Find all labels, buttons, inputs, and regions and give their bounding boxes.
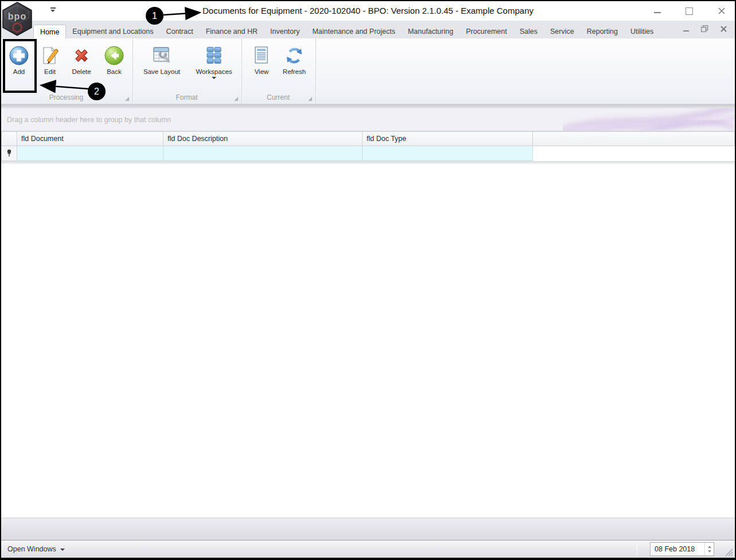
- status-bar: Open Windows 08 Feb 2018: [1, 540, 735, 558]
- column-header-document[interactable]: fld Document: [17, 131, 163, 146]
- grid-group-by-panel[interactable]: Drag a column header here to group by th…: [1, 108, 735, 131]
- bpo-logo: bpo: [2, 2, 33, 36]
- add-icon: [9, 45, 29, 66]
- window-controls: [653, 1, 726, 21]
- grid-header-row: fld Document fld Doc Description fld Doc…: [1, 131, 735, 146]
- tab-equipment-and-locations[interactable]: Equipment and Locations: [66, 25, 159, 38]
- mdi-minimize-icon[interactable]: [683, 28, 689, 32]
- column-header-doc-description[interactable]: fld Doc Description: [163, 131, 363, 146]
- lower-panel: [1, 518, 735, 540]
- annotation-callout-1: 1: [146, 7, 163, 25]
- tab-finance-and-hr[interactable]: Finance and HR: [200, 25, 264, 38]
- tab-home[interactable]: Home: [33, 25, 66, 38]
- back-icon: [104, 45, 124, 66]
- delete-button-label: Delete: [72, 68, 91, 75]
- workspaces-dropdown-icon[interactable]: [212, 77, 216, 79]
- title-bar: Documents for Equipment - 2020-102040 - …: [1, 1, 735, 21]
- ribbon-group-format: Save Layout Workspaces: [133, 38, 242, 104]
- ribbon-tab-strip: Home Equipment and Locations Contract Fi…: [1, 21, 735, 38]
- group-caption-format: Format: [134, 93, 239, 102]
- refresh-icon: [284, 45, 305, 66]
- open-windows-button[interactable]: Open Windows: [7, 541, 65, 558]
- filter-row-indicator: [1, 146, 17, 161]
- date-spinner: [704, 543, 714, 555]
- edit-button-label: Edit: [44, 68, 56, 75]
- mdi-restore-icon[interactable]: [701, 24, 708, 34]
- tab-utilities[interactable]: Utilities: [624, 25, 660, 38]
- workspaces-icon: [204, 45, 224, 66]
- date-editor[interactable]: 08 Feb 2018: [650, 542, 714, 556]
- annotation-callout-2: 2: [88, 83, 106, 100]
- grid-filter-row: [1, 146, 735, 161]
- open-windows-dropdown-icon: [60, 549, 65, 551]
- view-button[interactable]: View: [249, 45, 274, 75]
- tab-procurement[interactable]: Procurement: [459, 25, 513, 38]
- edit-button[interactable]: Edit: [36, 45, 64, 75]
- tab-manufacturing[interactable]: Manufacturing: [402, 25, 459, 38]
- window-title: Documents for Equipment - 2020-102040 - …: [1, 1, 735, 21]
- maximize-icon[interactable]: [685, 7, 694, 15]
- save-layout-button[interactable]: Save Layout: [139, 45, 185, 75]
- filter-pin-icon: [6, 149, 12, 158]
- filter-cell-doc-description[interactable]: [163, 146, 363, 161]
- group-by-hint-text: Drag a column header here to group by th…: [7, 108, 171, 131]
- resize-grip[interactable]: [725, 548, 733, 557]
- workspaces-button[interactable]: Workspaces: [190, 45, 237, 79]
- spin-up-icon[interactable]: [708, 546, 711, 548]
- tab-inventory[interactable]: Inventory: [264, 25, 306, 38]
- grid-empty-area[interactable]: [1, 164, 735, 518]
- delete-icon: [71, 45, 92, 66]
- ribbon: Add Edit: [1, 38, 735, 104]
- ribbon-group-current: View Refresh Current: [242, 38, 316, 104]
- spin-down-icon[interactable]: [708, 550, 711, 553]
- app-window: Documents for Equipment - 2020-102040 - …: [0, 0, 736, 560]
- workspaces-button-label: Workspaces: [196, 68, 232, 75]
- view-icon: [251, 45, 272, 66]
- tab-contract[interactable]: Contract: [159, 25, 199, 38]
- group-dialog-launcher-icon[interactable]: [234, 97, 238, 101]
- column-header-filler: [533, 131, 735, 146]
- filter-cell-doc-type[interactable]: [363, 146, 533, 161]
- refresh-button-label: Refresh: [283, 68, 306, 75]
- minimize-icon[interactable]: [653, 7, 661, 15]
- tab-reporting[interactable]: Reporting: [581, 25, 624, 38]
- save-layout-button-label: Save Layout: [143, 68, 180, 75]
- save-layout-icon: [151, 45, 172, 66]
- close-icon[interactable]: [717, 7, 726, 15]
- row-indicator-header: [1, 131, 17, 146]
- edit-icon: [40, 45, 60, 66]
- group-caption-processing: Processing: [2, 93, 130, 102]
- add-button-label: Add: [13, 68, 25, 75]
- filter-cell-document[interactable]: [17, 146, 163, 161]
- view-button-label: View: [255, 68, 269, 75]
- open-windows-label: Open Windows: [7, 545, 56, 553]
- decorative-swirl: [563, 108, 735, 131]
- group-dialog-launcher-icon[interactable]: [308, 97, 312, 101]
- ribbon-group-processing: Add Edit: [1, 38, 133, 104]
- group-dialog-launcher-icon[interactable]: [125, 97, 129, 101]
- column-header-doc-type[interactable]: fld Doc Type: [363, 131, 533, 146]
- back-button[interactable]: Back: [100, 45, 128, 75]
- delete-button[interactable]: Delete: [65, 45, 98, 75]
- status-bar-separator: [637, 543, 637, 555]
- date-value[interactable]: 08 Feb 2018: [651, 543, 704, 555]
- tab-maintenance-and-projects[interactable]: Maintenance and Projects: [306, 25, 402, 38]
- group-caption-current: Current: [243, 93, 313, 102]
- refresh-button[interactable]: Refresh: [278, 45, 311, 75]
- tab-service[interactable]: Service: [544, 25, 581, 38]
- form-divider: [1, 104, 735, 108]
- svg-text:bpo: bpo: [8, 11, 26, 21]
- tab-sales[interactable]: Sales: [513, 25, 544, 38]
- mdi-window-controls: [683, 24, 735, 38]
- add-button[interactable]: Add: [5, 45, 33, 75]
- mdi-close-icon[interactable]: [721, 24, 727, 34]
- back-button-label: Back: [107, 68, 122, 75]
